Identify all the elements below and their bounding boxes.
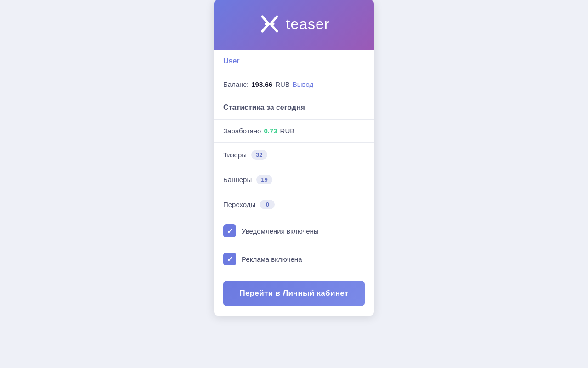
card-header: teaser (214, 0, 374, 50)
teasers-badge: 32 (251, 150, 267, 160)
notifications-checkbox[interactable]: ✓ (223, 224, 236, 237)
checkmark-icon: ✓ (227, 227, 233, 236)
notifications-section: ✓ Уведомления включены (214, 217, 374, 245)
ads-section: ✓ Реклама включена (214, 245, 374, 273)
teasers-row: Тизеры 32 (223, 150, 365, 160)
earned-currency: RUB (280, 127, 295, 135)
clicks-badge: 0 (260, 200, 275, 209)
ads-label: Реклама включена (242, 255, 302, 263)
teasers-label: Тизеры (223, 151, 247, 159)
banners-section: Баннеры 19 (214, 167, 374, 192)
user-title: User (223, 57, 240, 65)
balance-label: Баланс: (223, 80, 249, 88)
stats-title: Статистика за сегодня (223, 104, 305, 111)
notifications-label: Уведомления включены (242, 227, 319, 235)
withdraw-link[interactable]: Вывод (293, 80, 313, 88)
banners-label: Баннеры (223, 176, 252, 184)
user-section: User (214, 50, 374, 73)
clicks-row: Переходы 0 (223, 200, 365, 209)
balance-amount: 198.66 (251, 80, 272, 88)
earned-row: Заработано 0.73 RUB (223, 127, 365, 135)
banners-row: Баннеры 19 (223, 175, 365, 184)
teasers-section: Тизеры 32 (214, 143, 374, 167)
earned-section: Заработано 0.73 RUB (214, 120, 374, 143)
xteaser-logo-icon (259, 13, 281, 35)
balance-currency: RUB (275, 80, 290, 88)
ads-row: ✓ Реклама включена (223, 253, 365, 265)
cta-button[interactable]: Перейти в Личный кабинет (223, 281, 365, 306)
stats-heading-section: Статистика за сегодня (214, 96, 374, 120)
logo-text: teaser (286, 16, 330, 33)
earned-amount: 0.73 (264, 127, 277, 135)
earned-label: Заработано (223, 127, 261, 135)
checkmark-icon-ads: ✓ (227, 255, 233, 264)
banners-badge: 19 (256, 175, 272, 184)
notifications-row: ✓ Уведомления включены (223, 224, 365, 237)
main-card: teaser User Баланс: 198.66 RUB Вывод Ста… (214, 0, 374, 316)
clicks-section: Переходы 0 (214, 192, 374, 217)
balance-row: Баланс: 198.66 RUB Вывод (223, 80, 365, 88)
cta-section: Перейти в Личный кабинет (214, 273, 374, 316)
balance-section: Баланс: 198.66 RUB Вывод (214, 73, 374, 96)
clicks-label: Переходы (223, 201, 255, 208)
ads-checkbox[interactable]: ✓ (223, 253, 236, 265)
